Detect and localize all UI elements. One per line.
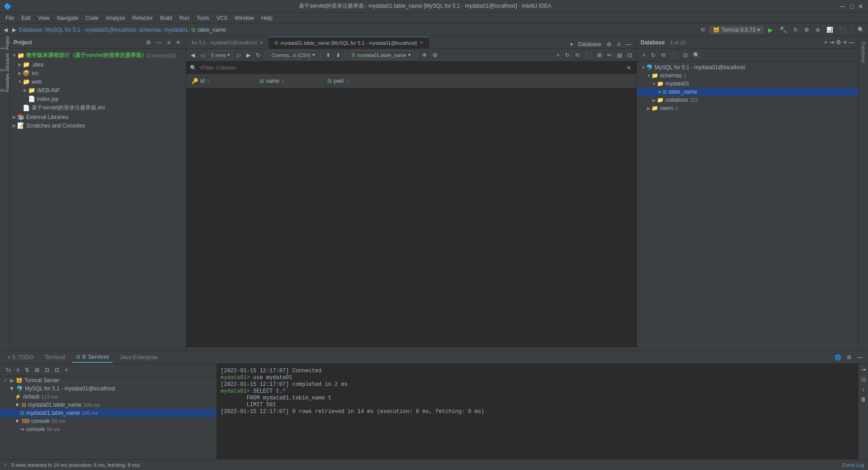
svc-group-icon[interactable]: ⊞ bbox=[33, 366, 41, 374]
forward-button[interactable]: ▶ bbox=[10, 26, 18, 34]
minimize-button[interactable]: ─ bbox=[839, 3, 846, 10]
col-id-sort[interactable]: ⇅ bbox=[206, 78, 210, 83]
svc-mysql[interactable]: ▼ 🐬 MySQL for 5.1 - mydata01@localhost bbox=[0, 385, 217, 393]
event-log-link[interactable]: Event Log bbox=[842, 462, 864, 468]
db-panel-settings-icon[interactable]: ⚙ bbox=[836, 39, 841, 46]
coverage-button[interactable]: ⊛ bbox=[814, 26, 822, 34]
db-toolbar-filter2-icon[interactable]: ⊡ bbox=[626, 51, 634, 59]
tab-table[interactable]: ⊞ mydata01.table_name [MySQL for 5.1 - m… bbox=[269, 37, 429, 48]
console-side-delete-icon[interactable]: 🗑 bbox=[859, 395, 868, 404]
menu-window[interactable]: Window bbox=[231, 14, 258, 22]
menu-code[interactable]: Code bbox=[82, 14, 102, 22]
tree-item-web[interactable]: ▼ 📁 web bbox=[10, 77, 186, 86]
db-right-refresh-icon[interactable]: ↻ bbox=[649, 51, 657, 59]
tree-item-idea[interactable]: ▶ 📁 .idea bbox=[10, 60, 186, 69]
nav-mydata01[interactable]: mydata01 bbox=[164, 27, 188, 33]
db-eye-icon[interactable]: 👁 bbox=[420, 51, 429, 59]
maximize-button[interactable]: □ bbox=[848, 3, 855, 10]
db-tree-table-name[interactable]: ▼ ⊞ table_name bbox=[637, 88, 858, 96]
tree-item-webinf[interactable]: ▶ 📁 WEB-INF bbox=[10, 86, 186, 95]
tab-dropdown-icon[interactable]: ▾ bbox=[568, 40, 575, 48]
database-panel-toggle[interactable]: Database bbox=[576, 40, 603, 48]
db-toolbar-layout-icon[interactable]: ▤ bbox=[615, 51, 624, 59]
build-button[interactable]: 🔨 bbox=[778, 25, 789, 34]
col-pwd-sort[interactable]: ⇅ bbox=[345, 78, 349, 83]
tree-item-root[interactable]: ▼ 📁 教学版本课程设计（基于servlet的登录注册界面） C:\Users\… bbox=[10, 51, 186, 60]
nav-schemas[interactable]: schemas bbox=[139, 27, 161, 33]
run-button[interactable]: ▶ bbox=[766, 25, 775, 34]
sync-icon[interactable]: ⟲ bbox=[698, 26, 707, 34]
back-button[interactable]: ◀ bbox=[2, 26, 9, 34]
settings-toolbar-icon[interactable]: ⚙ bbox=[802, 26, 811, 34]
db-panel-more-icon[interactable]: ≡ bbox=[843, 39, 847, 46]
menu-navigate[interactable]: Navigate bbox=[53, 14, 82, 22]
nav-database[interactable]: Database bbox=[19, 27, 42, 33]
db-download-icon[interactable]: ⬇ bbox=[334, 51, 342, 59]
tree-item-scratches[interactable]: ▶ 📝 Scratches and Consoles bbox=[10, 121, 186, 130]
menu-run[interactable]: Run bbox=[176, 14, 193, 22]
svc-bookmark-icon[interactable]: ⊡ bbox=[53, 366, 61, 374]
tree-item-indexjsp[interactable]: ▶ 📄 index.jsp bbox=[10, 95, 186, 103]
db-toolbar-stop-icon[interactable]: ⬛ bbox=[583, 51, 594, 59]
col-id[interactable]: 🔑 id ⇅ bbox=[186, 74, 254, 87]
db-panel-minimize-icon[interactable]: — bbox=[849, 39, 854, 46]
table-name-dropdown[interactable]: ⊞ mydata01.table_name ▾ bbox=[348, 51, 414, 59]
run-config-dropdown[interactable]: 🐱 Tomcat 8.5.73 ▾ bbox=[709, 26, 764, 34]
db-refresh-icon[interactable]: ↻ bbox=[254, 51, 262, 59]
svc-filter-icon[interactable]: ⊡ bbox=[43, 366, 51, 374]
col-name[interactable]: ⊞ name ⇅ bbox=[254, 74, 322, 87]
db-right-stop-icon[interactable]: ⬛ bbox=[669, 51, 679, 59]
db-minimize-icon[interactable]: — bbox=[624, 40, 633, 48]
menu-file[interactable]: File bbox=[2, 14, 18, 22]
db-toolbar-refresh2-icon[interactable]: ↻ bbox=[563, 51, 571, 59]
tab-connection-close[interactable]: ✕ bbox=[259, 40, 263, 45]
db-right-filter-icon[interactable]: ⊡ bbox=[681, 51, 689, 59]
svc-query-selected[interactable]: ⊞ mydata01.table_name 106 ms bbox=[0, 409, 217, 417]
filter-close-icon[interactable]: ✕ bbox=[625, 64, 633, 72]
project-collapse-icon[interactable]: — bbox=[155, 38, 164, 47]
db-more-icon[interactable]: ≡ bbox=[615, 40, 622, 48]
db-toolbar-edit-icon[interactable]: ✏ bbox=[605, 51, 613, 59]
bottom-globe-icon[interactable]: 🌐 bbox=[833, 353, 843, 361]
menu-edit[interactable]: Edit bbox=[18, 14, 34, 22]
menu-vcs[interactable]: VCS bbox=[213, 14, 231, 22]
project-settings-icon[interactable]: ≡ bbox=[165, 38, 172, 47]
menu-analyze[interactable]: Analyze bbox=[102, 14, 129, 22]
db-toolbar-table-icon[interactable]: ⊞ bbox=[595, 51, 604, 59]
reload-button[interactable]: ↻ bbox=[792, 26, 800, 34]
db-panel-move-icon[interactable]: ⇥ bbox=[829, 39, 834, 46]
svc-query-parent[interactable]: ▼ ⊞ mydata01.table_name 106 ms bbox=[0, 401, 217, 409]
db-tree-mydata01[interactable]: ▼ 📁 mydata01 bbox=[637, 80, 858, 88]
console-side-filter-icon[interactable]: ⊡ bbox=[859, 375, 868, 384]
tab-java-enterprise[interactable]: Java Enterprise bbox=[116, 352, 161, 362]
tree-item-src[interactable]: ▶ 📦 src bbox=[10, 69, 186, 77]
menu-help[interactable]: Help bbox=[258, 14, 276, 22]
profiler-button[interactable]: 📊 bbox=[825, 26, 835, 34]
csv-format-dropdown[interactable]: Comma...d (CSV) ▾ bbox=[268, 51, 318, 59]
project-panel-toggle[interactable]: 1: Project bbox=[0, 38, 9, 47]
db-nav-prev2-icon[interactable]: ◁ bbox=[198, 51, 206, 59]
tab-terminal[interactable]: Terminal bbox=[41, 352, 69, 362]
bottom-settings-icon[interactable]: ⚙ bbox=[845, 353, 854, 361]
tree-item-iml[interactable]: ▶ 📄 基于servlet的登录注册界面.iml bbox=[10, 103, 186, 113]
tab-connection[interactable]: for 5.1 - mydata01@localhost ✕ bbox=[186, 37, 269, 48]
db-tree-schemas[interactable]: ▼ 📁 schemas 1 bbox=[637, 71, 858, 80]
menu-tools[interactable]: Tools bbox=[193, 14, 213, 22]
db-upload-icon[interactable]: ⬆ bbox=[324, 51, 332, 59]
table-scrollbar-h[interactable] bbox=[186, 347, 637, 351]
tab-todo[interactable]: ≡ 5: TODO bbox=[4, 352, 38, 362]
db-side-label[interactable]: Database bbox=[860, 38, 867, 66]
col-pwd[interactable]: ⊞ pwd ⇅ bbox=[322, 74, 390, 87]
col-name-sort[interactable]: ⇅ bbox=[281, 78, 285, 83]
structure-toggle[interactable]: 2: Structure bbox=[0, 58, 9, 67]
rows-dropdown[interactable]: 0 rows ▾ bbox=[208, 51, 233, 59]
bookmarks-toggle[interactable]: 2: Favorites bbox=[0, 78, 9, 87]
svc-console-parent[interactable]: ▼ ⌨ console 59 ms bbox=[0, 417, 217, 425]
search-everywhere-icon[interactable]: 🔍 bbox=[856, 26, 866, 34]
db-settings-icon[interactable]: ⚙ bbox=[605, 40, 613, 48]
svc-list-icon[interactable]: ≡ bbox=[14, 366, 21, 374]
close-button[interactable]: ✕ bbox=[857, 3, 864, 10]
nav-connection[interactable]: MySQL for 5.1 - mydata01@localhost bbox=[46, 27, 136, 33]
db-nav-next2-icon[interactable]: ▷ bbox=[235, 51, 243, 59]
db-nav-prev-icon[interactable]: ◀ bbox=[189, 51, 197, 59]
